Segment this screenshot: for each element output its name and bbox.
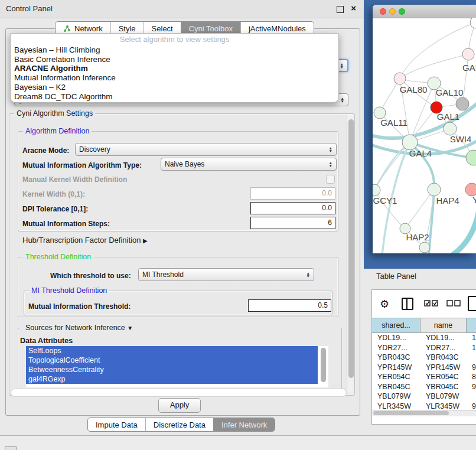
column-header-shared-[interactable]: shared...	[372, 318, 420, 333]
table-cell: YER054C	[420, 372, 467, 382]
kernel-width-field[interactable]: 0.0	[250, 187, 335, 200]
aracne-mode-combo[interactable]: Discovery ▲▼	[75, 143, 337, 156]
network-node-label: HAP4	[436, 195, 459, 206]
table-row[interactable]: YBR045CYBR045C9.	[372, 382, 476, 392]
table-row[interactable]: YER054CYER054C8.	[372, 372, 476, 382]
close-panel-icon[interactable]: ×	[351, 3, 356, 13]
settings-vertical-scrollbar[interactable]	[347, 115, 354, 393]
scrollbar-thumb[interactable]	[348, 119, 354, 378]
network-node-label: GAL10	[436, 87, 464, 97]
float-panel-icon[interactable]	[337, 6, 344, 13]
table-panel: Table Panel ⚙ shared...name YDL19...YDL1…	[364, 269, 476, 435]
table-cell: YDR27...	[420, 343, 467, 353]
scrollbar-thumb[interactable]	[321, 348, 326, 382]
column-header-2[interactable]	[467, 318, 476, 333]
network-node-right-green[interactable]	[466, 150, 476, 165]
attribute-item-topologicalcoefficient[interactable]: TopologicalCoefficient	[26, 356, 318, 365]
zoom-window-icon[interactable]	[399, 8, 405, 15]
network-edge[interactable]	[400, 54, 468, 79]
algorithm-definition-title: Algorithm Definition	[23, 127, 92, 135]
table-cell: 12	[467, 343, 476, 353]
manual-kernel-width-checkbox[interactable]	[326, 175, 335, 184]
network-canvas[interactable]: GALGAL80GAL10GAL1GAL11SWI4GAL4GCY1HAP4YH…	[373, 18, 476, 253]
sources-title[interactable]: Sources for Network Inference ▼	[23, 324, 135, 332]
algorithm-option-dream8-dc-tdc-algorithm[interactable]: Dream8 DC_TDC Algorithm	[11, 92, 338, 102]
table-row[interactable]: YDR27...YDR27...12	[372, 343, 476, 353]
mi-algorithm-type-value: Naive Bayes	[165, 160, 204, 168]
table-row[interactable]: YBL079WYBL079W	[372, 392, 476, 402]
export-table-icon[interactable]	[468, 296, 476, 311]
network-node-label: HAP2	[406, 232, 429, 242]
table-horizontal-scrollbar[interactable]	[372, 410, 476, 416]
network-node-bottom-partial[interactable]	[419, 242, 430, 253]
chevron-down-icon: ▼	[127, 325, 133, 331]
minimize-window-icon[interactable]	[389, 8, 396, 15]
table-cell	[467, 353, 476, 363]
columns-icon[interactable]	[402, 298, 413, 310]
control-panel-title: Control Panel	[6, 0, 53, 18]
gear-icon[interactable]: ⚙	[380, 298, 389, 311]
settings-horizontal-scrollbar[interactable]	[11, 389, 347, 397]
network-node-salmon-node[interactable]	[465, 183, 476, 196]
deselect-all-checkboxes-icon[interactable]	[446, 300, 461, 307]
mi-threshold-field[interactable]: 0.5	[248, 299, 331, 312]
algorithm-option-aracne-algorithm[interactable]: ARACNE Algorithm	[11, 64, 338, 73]
data-attributes-list[interactable]: SelfLoopsTopologicalCoefficientBetweenne…	[26, 346, 328, 387]
algorithm-option-mutual-information-inference[interactable]: Mutual Information Inference	[11, 73, 338, 83]
which-threshold-combo[interactable]: MI Threshold ▲▼	[138, 268, 314, 281]
table-row[interactable]: YLR345WYLR345W9.	[372, 402, 476, 411]
table-row[interactable]: YBR043CYBR043C	[372, 353, 476, 363]
network-node-gray-node[interactable]	[456, 97, 469, 110]
algorithm-dropdown-placeholder: Select algorithm to view settings	[11, 34, 338, 45]
tab-infer-network[interactable]: Infer Network	[213, 418, 275, 431]
tab-discretize-data[interactable]: Discretize Data	[145, 418, 213, 431]
chevron-right-icon: ▶	[143, 237, 148, 244]
network-node-gal-right[interactable]	[462, 48, 474, 60]
mi-algorithm-type-label: Mutual Information Algorithm Type:	[22, 161, 142, 169]
dpi-tolerance-label: DPI Tolerance [0,1]:	[22, 205, 88, 213]
algorithm-option-basic-correlation-inference[interactable]: Basic Correlation Inference	[11, 55, 338, 64]
which-threshold-value: MI Threshold	[142, 270, 184, 279]
hub-definition-toggle[interactable]: Hub/Transcription Factor Definition ▶	[22, 236, 148, 244]
attribute-item-gal4rgexp[interactable]: gal4RGexp	[26, 374, 318, 384]
aracne-mode-value: Discovery	[79, 145, 110, 154]
network-node-top-partial[interactable]	[470, 18, 476, 28]
network-window-titlebar[interactable]	[373, 5, 476, 18]
table-row[interactable]: YPR145WYPR145W9.	[372, 363, 476, 373]
algorithm-dropdown-items: Bayesian – Hill ClimbingBasic Correlatio…	[11, 45, 338, 101]
algorithm-option-bayesian-k2[interactable]: Bayesian – K2	[11, 83, 338, 92]
network-node-GAL1[interactable]	[444, 122, 457, 135]
mi-algorithm-type-combo[interactable]: Naive Bayes ▲▼	[161, 158, 337, 171]
algorithm-option-bayesian-hill-climbing[interactable]: Bayesian – Hill Climbing	[11, 45, 338, 55]
tab-label: Impute Data	[96, 420, 138, 429]
network-node-GCY1[interactable]	[373, 184, 380, 196]
attribute-item-betweennesscentrality[interactable]: BetweennessCentrality	[26, 365, 318, 374]
mi-steps-label: Mutual Information Steps:	[22, 220, 110, 228]
apply-button[interactable]: Apply	[158, 398, 201, 413]
mi-threshold-label: Mutual Information Threshold:	[28, 302, 131, 311]
attributes-vertical-scrollbar[interactable]	[320, 347, 327, 386]
dpi-tolerance-field[interactable]: 0.0	[250, 202, 335, 214]
table-cell: 9.	[467, 382, 476, 392]
tab-impute-data[interactable]: Impute Data	[88, 418, 145, 431]
table-cell: YDL19...	[372, 333, 420, 343]
scrollbar-thumb[interactable]	[373, 411, 449, 415]
network-node-GAL11[interactable]	[374, 107, 386, 119]
network-edge[interactable]	[453, 206, 476, 253]
network-edge[interactable]	[462, 54, 468, 104]
network-node-GAL80[interactable]	[394, 73, 406, 84]
table-row[interactable]: YDL19...YDL19...13	[372, 333, 476, 343]
attribute-item-selfloops[interactable]: SelfLoops	[26, 346, 318, 356]
select-all-checkboxes-icon[interactable]	[424, 300, 438, 307]
algorithm-dropdown-popup: Select algorithm to view settings Bayesi…	[10, 33, 339, 103]
close-window-icon[interactable]	[380, 8, 386, 15]
tab-label: Infer Network	[221, 420, 267, 429]
network-node-label: GAL	[462, 63, 476, 73]
collapsed-panel-icon[interactable]	[5, 446, 17, 450]
table-cell: YER054C	[372, 372, 420, 382]
network-node-HAP4[interactable]	[428, 183, 441, 196]
cyni-mode-tabs: Impute DataDiscretize DataInfer Network	[87, 418, 275, 432]
mi-steps-field[interactable]: 6	[250, 217, 335, 229]
column-header-name[interactable]: name	[420, 318, 467, 333]
network-graph: GALGAL80GAL10GAL1GAL11SWI4GAL4GCY1HAP4YH…	[373, 18, 476, 253]
